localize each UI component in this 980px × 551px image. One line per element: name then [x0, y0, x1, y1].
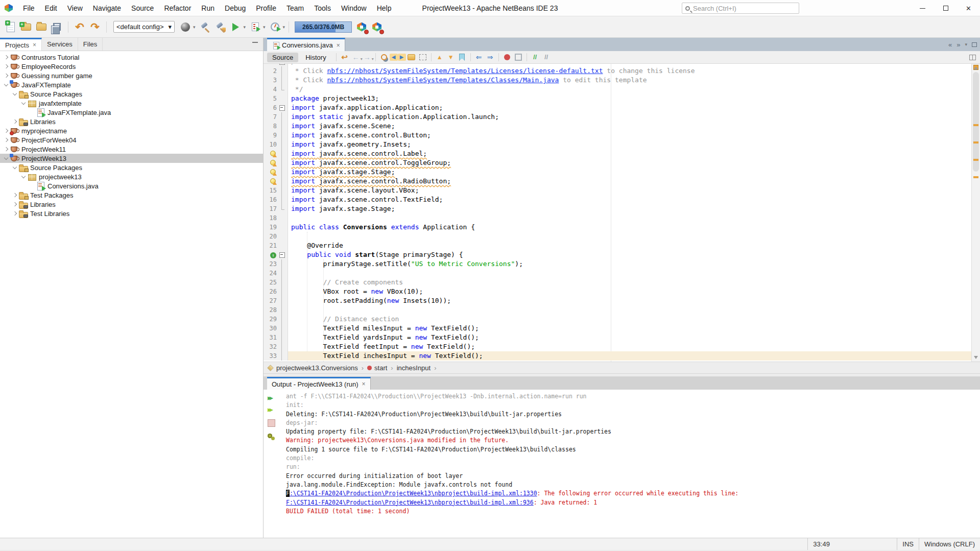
line-number-gutter[interactable]: 23	[264, 259, 279, 269]
code-line[interactable]: 24	[264, 269, 980, 278]
tree-item-test-libraries[interactable]: Test Libraries	[0, 209, 263, 218]
record-macro-icon[interactable]	[501, 52, 513, 62]
line-number-gutter[interactable]: 3	[264, 76, 279, 85]
warning-bulb-icon[interactable]	[270, 169, 276, 175]
line-number-gutter[interactable]: 26	[264, 287, 279, 296]
line-number-gutter[interactable]: 2	[264, 66, 279, 76]
chevron-collapsed-icon[interactable]	[3, 73, 9, 79]
line-number-gutter[interactable]: 27	[264, 296, 279, 305]
line-number-gutter[interactable]: 33	[264, 351, 279, 361]
code-line[interactable]: 33 TextField inchesInput = new TextField…	[264, 351, 980, 361]
chevron-expanded-icon[interactable]	[12, 91, 18, 97]
line-number-gutter[interactable]: 19	[264, 223, 279, 232]
prev-bookmark-icon[interactable]	[434, 52, 445, 62]
new-project-button[interactable]	[18, 19, 34, 35]
split-document-icon[interactable]	[969, 55, 976, 60]
stop-build-icon[interactable]	[268, 418, 278, 427]
chevron-expanded-icon[interactable]	[20, 100, 27, 106]
line-number-gutter[interactable]: 18	[264, 213, 279, 223]
find-selection-icon[interactable]	[378, 52, 390, 62]
config-select[interactable]: <default config>	[113, 21, 175, 33]
warning-stripe-mark[interactable]	[973, 159, 978, 161]
chevron-collapsed-icon[interactable]	[12, 118, 18, 125]
code-line[interactable]: 10import javafx.geometry.Insets;	[264, 140, 980, 149]
line-number-gutter[interactable]: 28	[264, 305, 279, 315]
stop-macro-icon[interactable]	[513, 52, 524, 62]
code-line[interactable]: 29 // Distance section	[264, 315, 980, 324]
back-icon[interactable]	[350, 52, 362, 62]
uncomment-icon[interactable]	[541, 52, 552, 62]
next-occurrence-icon[interactable]	[398, 54, 406, 61]
tree-item-source-packages[interactable]: Source Packages	[0, 89, 263, 99]
toggle-bookmark-icon[interactable]	[457, 52, 468, 62]
editor-scrollbar[interactable]	[971, 64, 980, 362]
chevron-collapsed-icon[interactable]	[3, 128, 9, 134]
line-number-gutter[interactable]: 30	[264, 324, 279, 333]
undo-button[interactable]	[72, 19, 87, 35]
menu-tools[interactable]: Tools	[309, 1, 336, 15]
line-number-gutter[interactable]	[264, 149, 279, 158]
next-bookmark-icon[interactable]	[445, 52, 457, 62]
insert-mode-indicator[interactable]: INS	[897, 538, 919, 550]
code-link[interactable]: nbfs://nbhost/SystemFileSystem/Templates…	[327, 67, 603, 75]
profile-process-button[interactable]	[354, 19, 369, 35]
window-minimize-button[interactable]	[911, 0, 934, 16]
output-link[interactable]: :\CST141-FA2024\Production\ProjectWeek13…	[290, 490, 537, 497]
output-tab[interactable]: Output - ProjectWeek13 (run)	[267, 377, 371, 390]
scroll-down-icon[interactable]	[974, 356, 978, 359]
tree-item-projectweek13[interactable]: ProjectWeek13	[0, 154, 263, 163]
code-editor[interactable]: 1/*2 * Click nbfs://nbhost/SystemFileSys…	[264, 64, 980, 362]
tree-item-javafxtemplate[interactable]: javafxtemplate	[0, 99, 263, 108]
rect-selection-icon[interactable]	[417, 52, 428, 62]
warning-bulb-icon[interactable]	[270, 178, 276, 184]
chevron-collapsed-icon[interactable]	[12, 201, 18, 207]
code-line[interactable]: 18	[264, 213, 980, 223]
line-number-gutter[interactable]: 21	[264, 241, 279, 250]
window-close-button[interactable]	[957, 0, 980, 16]
tree-item-libraries[interactable]: Libraries	[0, 200, 263, 209]
code-line[interactable]: 19public class Conversions extends Appli…	[264, 223, 980, 232]
code-line[interactable]: 2 * Click nbfs://nbhost/SystemFileSystem…	[264, 66, 980, 76]
chevron-collapsed-icon[interactable]	[3, 54, 9, 60]
chevron-expanded-icon[interactable]	[3, 155, 9, 161]
scrollbar-thumb[interactable]	[973, 72, 979, 172]
code-line[interactable]: 17import javafx.stage.Stage;	[264, 204, 980, 213]
warning-stripe-mark[interactable]	[973, 141, 978, 143]
panel-tab-files[interactable]: Files	[78, 38, 103, 51]
run-project-button[interactable]	[228, 19, 244, 35]
shift-left-icon[interactable]	[473, 52, 485, 62]
breadcrumb-item-start[interactable]: start	[367, 364, 387, 372]
tree-item-projectweek13[interactable]: projectweek13	[0, 172, 263, 181]
ant-settings-icon[interactable]	[268, 431, 278, 440]
warning-stripe-mark[interactable]	[973, 124, 978, 126]
menu-run[interactable]: Run	[196, 1, 220, 15]
code-line[interactable]: 30 TextField milesInput = new TextField(…	[264, 324, 980, 333]
tree-item-guessing-number-game[interactable]: Guessing number game	[0, 71, 263, 80]
warning-bulb-icon[interactable]	[270, 151, 276, 157]
override-icon[interactable]	[270, 252, 276, 258]
line-number-gutter[interactable]	[264, 167, 279, 177]
line-number-gutter[interactable]	[264, 158, 279, 167]
menu-window[interactable]: Window	[336, 1, 372, 15]
line-number-gutter[interactable]: 10	[264, 140, 279, 149]
code-line[interactable]: 3 * Click nbfs://nbhost/SystemFileSystem…	[264, 76, 980, 85]
close-icon[interactable]	[337, 42, 340, 49]
build-project-button[interactable]	[198, 19, 213, 35]
code-line[interactable]: 7import static javafx.application.Applic…	[264, 112, 980, 122]
new-file-button[interactable]	[3, 19, 18, 35]
save-all-button[interactable]	[49, 19, 64, 35]
panel-tab-projects[interactable]: Projects	[0, 38, 42, 51]
code-line[interactable]: 20	[264, 232, 980, 241]
minimize-panel-button[interactable]	[252, 42, 258, 43]
line-number-gutter[interactable]: 25	[264, 278, 279, 287]
code-line[interactable]: 28	[264, 305, 980, 315]
code-line[interactable]: 15import javafx.scene.layout.VBox;	[264, 186, 980, 195]
rerun-with-changes-icon[interactable]	[268, 405, 278, 414]
debug-project-button[interactable]	[248, 19, 263, 35]
opened-documents-icon[interactable]	[965, 42, 967, 47]
line-number-gutter[interactable]: 16	[264, 195, 279, 204]
line-number-gutter[interactable]: 31	[264, 333, 279, 342]
prev-occurrence-icon[interactable]	[390, 54, 398, 61]
code-line[interactable]: import javafx.scene.control.ToggleGroup;	[264, 158, 980, 167]
fold-collapse-icon[interactable]	[279, 250, 288, 259]
